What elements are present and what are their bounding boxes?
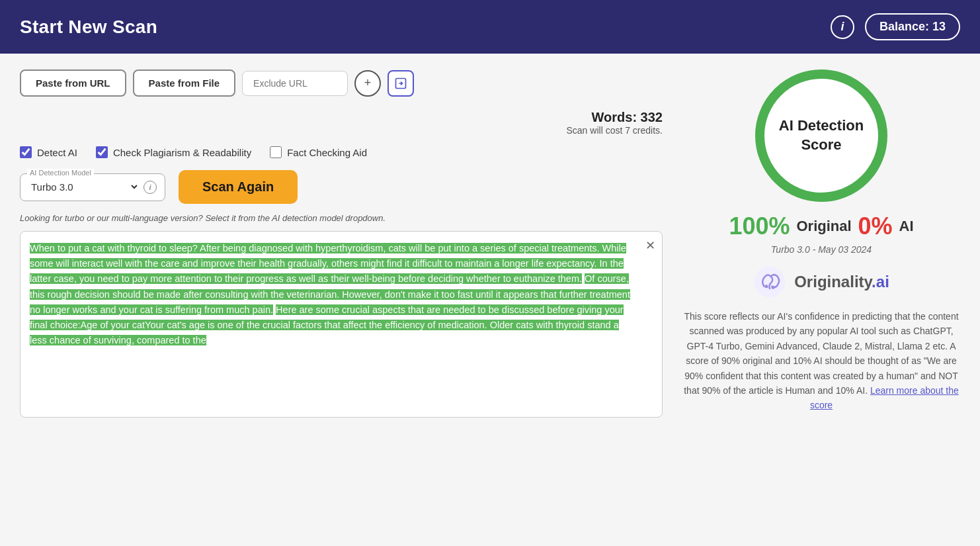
export-button[interactable] xyxy=(388,70,414,97)
brand-row: Originality.ai xyxy=(682,265,960,298)
score-description: This score reflects our AI's confidence … xyxy=(682,309,960,413)
fact-check-input[interactable] xyxy=(270,146,282,158)
detect-ai-label: Detect AI xyxy=(37,147,77,158)
export-icon xyxy=(394,77,407,90)
svg-point-3 xyxy=(772,286,775,289)
highlighted-text-green: When to put a cat with thyroid to sleep?… xyxy=(30,243,626,284)
word-count: Words: 332 xyxy=(20,110,663,125)
score-date: Turbo 3.0 - May 03 2024 xyxy=(682,244,960,255)
brand-icon xyxy=(753,265,786,298)
info-icon[interactable]: i xyxy=(831,15,854,39)
model-select-wrapper: AI Detection Model Turbo 3.0 Standard 2.… xyxy=(20,173,165,201)
brand-ai: .ai xyxy=(872,273,889,291)
original-percentage: 100% xyxy=(729,212,790,240)
score-circle: AI DetectionScore xyxy=(755,69,887,202)
detect-ai-checkbox[interactable]: Detect AI xyxy=(20,146,77,158)
original-label: Original xyxy=(796,218,851,235)
balance-badge[interactable]: Balance: 13 xyxy=(865,13,960,40)
model-select[interactable]: Turbo 3.0 Standard 2.0 Multi-Language xyxy=(28,181,140,193)
fact-check-label: Fact Checking Aid xyxy=(287,147,367,158)
plagiarism-label: Check Plagiarism & Readability xyxy=(113,147,251,158)
detect-ai-input[interactable] xyxy=(20,146,32,158)
svg-point-1 xyxy=(755,267,786,298)
text-area-content[interactable]: When to put a cat with thyroid to sleep?… xyxy=(20,232,662,417)
scan-again-button[interactable]: Scan Again xyxy=(179,170,298,204)
ai-percentage: 0% xyxy=(858,212,893,240)
main-content: Paste from URL Paste from File + Words: … xyxy=(0,54,980,540)
svg-point-2 xyxy=(765,285,768,288)
left-panel: Paste from URL Paste from File + Words: … xyxy=(20,69,663,524)
scan-cost: Scan will cost 7 credits. xyxy=(20,125,663,136)
exclude-url-input[interactable] xyxy=(242,71,348,96)
paste-file-button[interactable]: Paste from File xyxy=(133,69,236,97)
plus-icon: + xyxy=(364,76,372,90)
plagiarism-input[interactable] xyxy=(96,146,108,158)
checkboxes-row: Detect AI Check Plagiarism & Readability… xyxy=(20,146,663,158)
paste-url-button[interactable]: Paste from URL xyxy=(20,69,126,97)
header: Start New Scan i Balance: 13 xyxy=(0,0,980,54)
score-percentages: 100% Original 0% AI xyxy=(682,212,960,240)
score-circle-wrapper: AI DetectionScore xyxy=(682,69,960,202)
model-row: AI Detection Model Turbo 3.0 Standard 2.… xyxy=(20,170,663,204)
toolbar: Paste from URL Paste from File + xyxy=(20,69,663,97)
ai-label: AI xyxy=(899,218,914,235)
fact-check-checkbox[interactable]: Fact Checking Aid xyxy=(270,146,367,158)
add-button[interactable]: + xyxy=(354,70,381,97)
close-button[interactable]: ✕ xyxy=(645,238,655,253)
score-circle-text: AI DetectionScore xyxy=(779,116,864,154)
text-area-wrapper: ✕ When to put a cat with thyroid to slee… xyxy=(20,231,663,418)
right-panel: AI DetectionScore 100% Original 0% AI Tu… xyxy=(682,69,960,524)
word-count-area: Words: 332 Scan will cost 7 credits. xyxy=(20,110,663,136)
model-info-icon[interactable]: i xyxy=(143,181,157,194)
brand-name: Originality.ai xyxy=(794,273,889,291)
header-right: i Balance: 13 xyxy=(831,13,960,40)
plagiarism-checkbox[interactable]: Check Plagiarism & Readability xyxy=(96,146,251,158)
model-select-label: AI Detection Model xyxy=(27,169,94,177)
page-title: Start New Scan xyxy=(20,17,157,38)
model-select-inner: Turbo 3.0 Standard 2.0 Multi-Language i xyxy=(28,177,157,198)
note-text: Looking for turbo or our multi-language … xyxy=(20,213,663,223)
